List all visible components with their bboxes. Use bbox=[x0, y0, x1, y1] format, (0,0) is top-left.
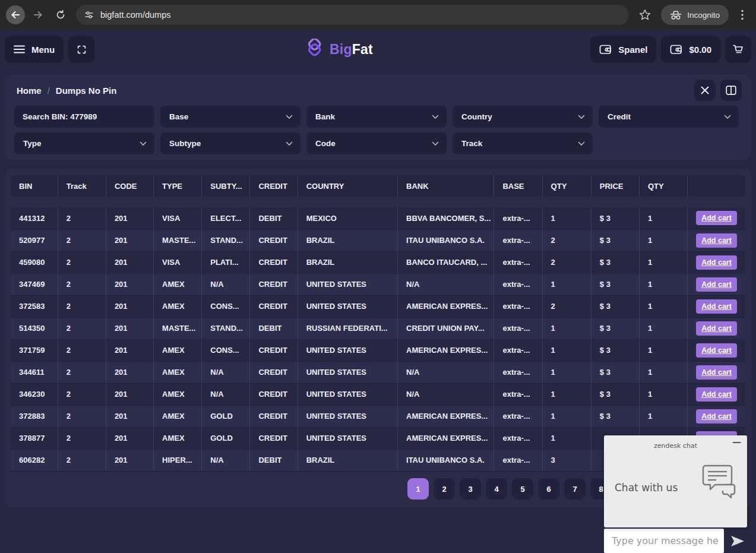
table-row: 520977 2 201 MASTE... STAND... CREDIT BR… bbox=[11, 229, 745, 251]
page-button[interactable]: 1 bbox=[407, 478, 429, 500]
results-table: 441312 2 201 VISA ELECT... DEBIT MEXICO … bbox=[11, 207, 745, 472]
spanel-button[interactable]: Spanel bbox=[590, 36, 656, 63]
cell-track: 2 bbox=[58, 339, 106, 361]
column-header: PRICE bbox=[591, 175, 639, 197]
cell-bank: BANCO ITAUCARD, ... bbox=[398, 251, 494, 273]
page-button[interactable]: 6 bbox=[538, 478, 559, 500]
filter-dropdown[interactable]: Credit bbox=[599, 106, 739, 128]
cell-credit: CREDIT bbox=[250, 251, 298, 273]
cell-country: RUSSIAN FEDERATI... bbox=[298, 317, 397, 339]
page-button[interactable]: 3 bbox=[460, 478, 481, 500]
cell-credit: CREDIT bbox=[250, 339, 298, 361]
header-actions: Spanel $0.00 bbox=[590, 36, 751, 63]
cell-bank: BBVA BANCOMER, S... bbox=[398, 207, 494, 229]
table-row: 372583 2 201 AMEX CONS... CREDIT UNITED … bbox=[11, 295, 745, 317]
cell-qty: 1 bbox=[542, 405, 591, 427]
fullscreen-button[interactable] bbox=[68, 36, 94, 63]
cell-track: 2 bbox=[58, 295, 106, 317]
add-cart-button[interactable]: Add cart bbox=[696, 365, 737, 380]
cell-track: 2 bbox=[58, 405, 106, 427]
cell-price: $ 3 bbox=[591, 339, 639, 361]
cell-code: 201 bbox=[106, 427, 153, 449]
filter-dropdown[interactable]: Track bbox=[453, 132, 593, 154]
cell-bin: 344611 bbox=[11, 361, 58, 383]
browser-forward-button[interactable] bbox=[29, 5, 48, 24]
cell-country: UNITED STATES bbox=[298, 295, 397, 317]
balance-button[interactable]: $0.00 bbox=[661, 36, 720, 63]
page-button[interactable]: 2 bbox=[434, 478, 455, 500]
filter-row-2: Type Subtype Code Track bbox=[14, 132, 593, 154]
cell-base: extra-... bbox=[494, 251, 542, 273]
chat-send-button[interactable] bbox=[730, 535, 745, 547]
table-row: 347469 2 201 AMEX N/A CREDIT UNITED STAT… bbox=[11, 273, 745, 295]
cell-code: 201 bbox=[106, 229, 153, 251]
search-bin-input[interactable] bbox=[14, 106, 154, 128]
cell-track: 2 bbox=[58, 317, 106, 339]
cell-country: MEXICO bbox=[298, 207, 397, 229]
table-row: 441312 2 201 VISA ELECT... DEBIT MEXICO … bbox=[11, 207, 745, 229]
incognito-badge[interactable]: Incognito bbox=[661, 5, 729, 25]
filter-dropdown-label: Bank bbox=[315, 112, 335, 121]
filter-dropdown-label: Code bbox=[315, 139, 336, 148]
cell-action: Add cart bbox=[688, 251, 745, 273]
page-button[interactable]: 5 bbox=[512, 478, 533, 500]
add-cart-button[interactable]: Add cart bbox=[696, 299, 737, 314]
filter-dropdown[interactable]: Type bbox=[14, 132, 154, 154]
cell-subtype: GOLD bbox=[202, 427, 250, 449]
cell-qty: 1 bbox=[542, 317, 591, 339]
filter-dropdown[interactable]: Code bbox=[306, 132, 447, 154]
page-button[interactable]: 7 bbox=[564, 478, 586, 500]
table-row: 344611 2 201 AMEX N/A CREDIT UNITED STAT… bbox=[11, 361, 745, 383]
add-cart-button[interactable]: Add cart bbox=[696, 387, 737, 402]
add-cart-button[interactable]: Add cart bbox=[696, 321, 737, 336]
browser-back-button[interactable] bbox=[6, 5, 25, 24]
add-cart-button[interactable]: Add cart bbox=[696, 277, 737, 292]
column-header: QTY bbox=[542, 175, 591, 197]
cell-country: UNITED STATES bbox=[298, 273, 397, 295]
table-row: 459080 2 201 VISA PLATI... CREDIT BRAZIL… bbox=[11, 251, 745, 273]
add-cart-button[interactable]: Add cart bbox=[696, 343, 737, 358]
page-button[interactable]: 4 bbox=[486, 478, 507, 500]
cell-code: 201 bbox=[106, 383, 153, 405]
cell-base: extra-... bbox=[494, 361, 542, 383]
cell-subtype: PLATI... bbox=[202, 251, 250, 273]
cell-subtype: STAND... bbox=[202, 229, 250, 251]
browser-menu-button[interactable] bbox=[735, 6, 750, 24]
cell-track: 2 bbox=[58, 427, 106, 449]
site-logo[interactable]: BigFat bbox=[304, 39, 373, 60]
address-bar[interactable]: bigfatt.com/dumps bbox=[76, 5, 629, 25]
menu-button[interactable]: Menu bbox=[5, 36, 64, 63]
cell-type: VISA bbox=[154, 207, 202, 229]
chevron-down-icon bbox=[286, 115, 293, 119]
bookmark-star-button[interactable] bbox=[636, 6, 654, 24]
close-filters-button[interactable] bbox=[694, 80, 716, 101]
add-cart-button[interactable]: Add cart bbox=[696, 255, 737, 270]
browser-reload-button[interactable] bbox=[51, 5, 70, 24]
breadcrumb-home-link[interactable]: Home bbox=[17, 86, 42, 96]
chat-message-input[interactable] bbox=[604, 529, 724, 553]
back-arrow-icon bbox=[10, 10, 21, 20]
cell-price: $ 3 bbox=[591, 317, 639, 339]
cell-base: extra-... bbox=[494, 427, 542, 449]
add-cart-button[interactable]: Add cart bbox=[696, 211, 737, 225]
cell-bank: AMERICAN EXPRES... bbox=[398, 295, 494, 317]
cell-code: 201 bbox=[106, 405, 153, 427]
filter-dropdown-label: Track bbox=[461, 139, 482, 148]
filter-dropdown[interactable]: Subtype bbox=[160, 132, 300, 154]
reload-icon bbox=[55, 10, 66, 20]
wallet-icon bbox=[599, 43, 612, 55]
add-cart-button[interactable]: Add cart bbox=[696, 409, 737, 424]
add-cart-button[interactable]: Add cart bbox=[696, 233, 737, 248]
chat-minimize-button[interactable]: — bbox=[732, 437, 741, 447]
cell-base: extra-... bbox=[494, 229, 542, 251]
columns-toggle-button[interactable] bbox=[720, 80, 742, 101]
pagination: 1 2 3 4 5 6 7 8 bbox=[407, 478, 612, 500]
filter-dropdown[interactable]: Country bbox=[453, 106, 593, 128]
filter-dropdown[interactable]: Bank bbox=[306, 106, 447, 128]
cell-bin: 372583 bbox=[11, 295, 58, 317]
cell-country: UNITED STATES bbox=[298, 405, 397, 427]
cell-bank: N/A bbox=[398, 383, 494, 405]
filter-dropdown[interactable]: Base bbox=[160, 106, 300, 128]
cell-type: AMEX bbox=[154, 383, 202, 405]
cart-button[interactable] bbox=[725, 36, 751, 63]
